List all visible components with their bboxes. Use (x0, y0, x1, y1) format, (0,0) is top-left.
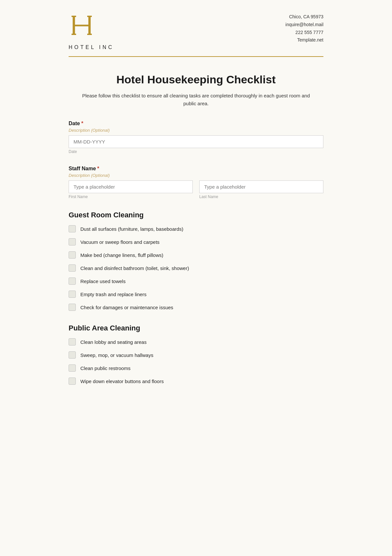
list-item: Empty trash and replace liners (69, 291, 323, 298)
date-input[interactable] (69, 135, 323, 148)
public-area-checklist: Clean lobby and seating areas Sweep, mop… (69, 338, 323, 385)
last-name-hint: Last Name (199, 194, 323, 199)
last-name-col: Last Name (199, 180, 323, 199)
checkbox[interactable] (69, 364, 76, 372)
checkbox[interactable] (69, 338, 76, 345)
checkbox[interactable] (69, 304, 76, 311)
list-item: Wipe down elevator buttons and floors (69, 378, 323, 385)
contact-email: inquire@hotel.mail (286, 21, 323, 29)
list-item: Dust all surfaces (furniture, lamps, bas… (69, 225, 323, 232)
list-item: Make bed (change linens, fluff pillows) (69, 251, 323, 259)
checkbox[interactable] (69, 238, 76, 245)
logo-text: HOTEL INC (69, 44, 114, 50)
list-item: Check for damages or maintenance issues (69, 304, 323, 311)
date-description: Description (Optional) (69, 128, 323, 133)
list-item: Clean and disinfect bathroom (toilet, si… (69, 264, 323, 272)
staff-name-field-group: Staff Name* Description (Optional) First… (69, 166, 323, 199)
page-description: Please follow this checklist to ensure a… (82, 92, 310, 108)
first-name-col: First Name (69, 180, 193, 199)
guest-room-section-title: Guest Room Cleaning (69, 211, 323, 219)
logo-area: HOTEL INC (69, 13, 114, 50)
checkbox[interactable] (69, 251, 76, 259)
contact-phone: 222 555 7777 (286, 29, 323, 37)
list-item: Sweep, mop, or vacuum hallways (69, 351, 323, 359)
first-name-input[interactable] (69, 180, 193, 193)
contact-info: Chico, CA 95973 inquire@hotel.mail 222 5… (286, 13, 323, 44)
checkbox[interactable] (69, 378, 76, 385)
contact-address: Chico, CA 95973 (286, 13, 323, 21)
date-label: Date* (69, 121, 323, 126)
public-area-section-title: Public Area Cleaning (69, 324, 323, 332)
list-item: Clean lobby and seating areas (69, 338, 323, 345)
staff-name-label: Staff Name* (69, 166, 323, 172)
list-item: Vacuum or sweep floors and carpets (69, 238, 323, 245)
date-hint: Date (69, 149, 323, 154)
page-header: HOTEL INC Chico, CA 95973 inquire@hotel.… (69, 13, 323, 57)
last-name-input[interactable] (199, 180, 323, 193)
guest-room-checklist: Dust all surfaces (furniture, lamps, bas… (69, 225, 323, 311)
contact-website: Template.net (286, 36, 323, 44)
checkbox[interactable] (69, 291, 76, 298)
checkbox[interactable] (69, 351, 76, 359)
date-field-group: Date* Description (Optional) Date (69, 121, 323, 154)
list-item: Clean public restrooms (69, 364, 323, 372)
logo-icon (69, 13, 95, 43)
staff-name-description: Description (Optional) (69, 173, 323, 178)
guest-room-section: Guest Room Cleaning Dust all surfaces (f… (69, 211, 323, 311)
public-area-section: Public Area Cleaning Clean lobby and sea… (69, 324, 323, 385)
staff-name-row: First Name Last Name (69, 180, 323, 199)
checkbox[interactable] (69, 278, 76, 285)
checkbox[interactable] (69, 225, 76, 232)
checkbox[interactable] (69, 264, 76, 272)
list-item: Replace used towels (69, 278, 323, 285)
page-title: Hotel Housekeeping Checklist (69, 73, 323, 86)
first-name-hint: First Name (69, 194, 193, 199)
